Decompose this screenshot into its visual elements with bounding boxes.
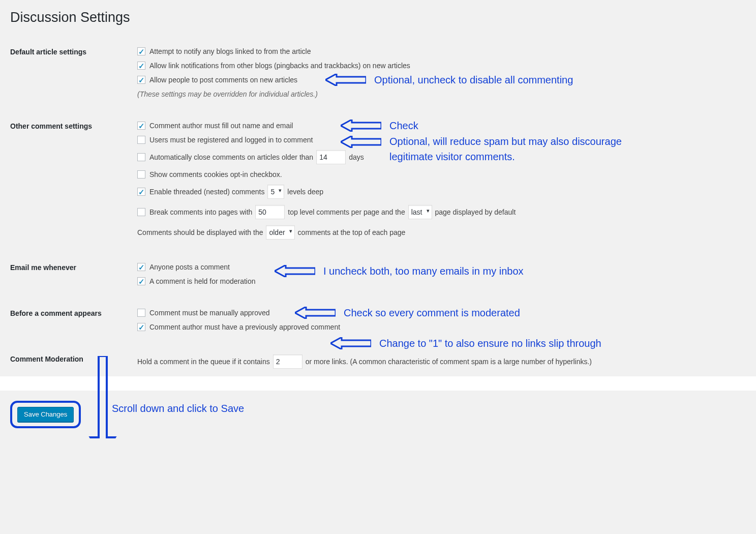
select-paginate-default[interactable]: last (408, 205, 432, 219)
arrow-left-icon (275, 265, 315, 277)
checkbox-notify-blogs[interactable] (137, 47, 145, 55)
annotation-save: Scroll down and click to Save (112, 403, 244, 414)
checkbox-allow-comments[interactable] (137, 76, 145, 84)
svg-marker-3 (275, 265, 315, 277)
section-before-heading: Before a comment appears (10, 299, 132, 345)
label-hold-prefix: Hold a comment in the queue if it contai… (137, 358, 270, 366)
arrow-left-icon (330, 337, 371, 349)
annotation-require-name: Check (389, 120, 418, 132)
label-threaded-suffix: levels deep (287, 188, 323, 196)
input-paginate-count[interactable] (255, 205, 285, 219)
checkbox-show-cookies[interactable] (137, 170, 145, 179)
label-show-cookies: Show comments cookies opt-in checkbox. (149, 170, 282, 179)
checkbox-manual-approve[interactable] (137, 309, 145, 317)
divider (0, 376, 756, 391)
label-close-old-prefix: Automatically close comments on articles… (149, 153, 313, 161)
label-threaded-prefix: Enable threaded (nested) comments (149, 188, 264, 196)
checkbox-paginate[interactable] (137, 208, 145, 216)
label-manual-approve: Comment must be manually approved (149, 309, 270, 317)
label-require-name-email: Comment author must fill out name and em… (149, 122, 293, 130)
label-allow-comments: Allow people to post comments on new art… (149, 76, 297, 84)
input-hold-links[interactable] (273, 354, 303, 369)
label-allow-pingbacks: Allow link notifications from other blog… (149, 62, 410, 70)
save-highlight-box: Save Changes (10, 401, 81, 428)
arrow-left-icon (341, 136, 381, 148)
section-default-article-heading: Default article settings (10, 38, 132, 112)
label-order-prefix: Comments should be displayed with the (137, 228, 263, 236)
label-require-registration: Users must be registered and logged in t… (149, 136, 313, 144)
label-prev-approved: Comment author must have a previously ap… (149, 323, 340, 331)
section-other-comment-heading: Other comment settings (10, 112, 132, 253)
checkbox-require-name-email[interactable] (137, 122, 145, 130)
label-paginate-mid: top level comments per page and the (288, 208, 405, 216)
svg-marker-2 (341, 136, 381, 148)
input-close-old-days[interactable] (316, 150, 346, 164)
select-order[interactable]: older (266, 225, 294, 240)
section-moderation-heading: Comment Moderation (10, 345, 132, 376)
svg-marker-5 (330, 337, 371, 349)
label-hold-suffix: or more links. (A common characteristic … (306, 358, 592, 366)
label-order-suffix: comments at the top of each page (298, 228, 406, 236)
svg-marker-0 (325, 74, 366, 86)
label-paginate-suffix: page displayed by default (435, 208, 516, 216)
save-changes-button[interactable]: Save Changes (17, 407, 74, 422)
checkbox-allow-pingbacks[interactable] (137, 62, 145, 70)
label-email-held: A comment is held for moderation (149, 277, 256, 285)
checkbox-prev-approved[interactable] (137, 323, 145, 331)
annotation-links: Change to "1" to also ensure no links sl… (379, 338, 601, 349)
annotation-allow-comments: Optional, uncheck to disable all comment… (374, 74, 573, 86)
checkbox-require-registration[interactable] (137, 136, 145, 144)
svg-marker-1 (341, 120, 381, 132)
annotation-manual-approve: Check so every comment is moderated (344, 307, 520, 319)
label-notify-blogs: Attempt to notify any blogs linked to fr… (149, 47, 311, 55)
section-email-heading: Email me whenever (10, 253, 132, 299)
arrow-left-icon (341, 120, 381, 132)
checkbox-email-anyone[interactable] (137, 263, 145, 271)
checkbox-close-old[interactable] (137, 153, 145, 161)
note-override: (These settings may be overridden for in… (137, 90, 318, 98)
checkbox-threaded[interactable] (137, 188, 145, 196)
svg-marker-4 (295, 307, 336, 319)
label-email-anyone: Anyone posts a comment (149, 263, 230, 271)
arrow-left-icon (325, 74, 366, 86)
label-close-old-suffix: days (349, 153, 364, 161)
page-title: Discussion Settings (10, 5, 746, 27)
annotation-email-both: I uncheck both, too many emails in my in… (323, 265, 524, 277)
checkbox-email-held[interactable] (137, 277, 145, 285)
label-paginate-prefix: Break comments into pages with (149, 208, 252, 216)
arrow-left-icon (295, 307, 336, 319)
select-threaded-depth[interactable]: 5 (267, 185, 284, 199)
